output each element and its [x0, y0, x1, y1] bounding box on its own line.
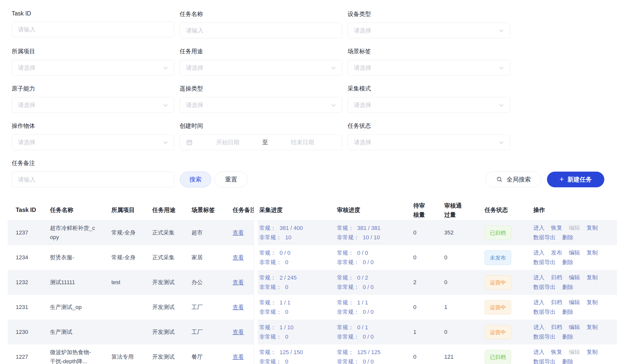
remark-view-link[interactable]: 查看 [233, 254, 244, 261]
scene-tag: 超市 [192, 220, 233, 245]
task-project [111, 320, 152, 344]
field-device-type: 设备类型 请选择 [348, 10, 510, 38]
review-progress-cell: 常规：1 / 1 非常规：0 / 0 [335, 295, 412, 320]
action-link[interactable]: 数据导出 [533, 357, 556, 364]
teleop-type-select[interactable]: 请选择 [180, 97, 342, 113]
collect-regular-value: 381 / 400 [280, 225, 303, 231]
action-link[interactable]: 数据导出 [533, 258, 556, 267]
action-link[interactable]: 复制 [587, 248, 598, 258]
remark-view-link[interactable]: 查看 [233, 279, 244, 285]
action-link[interactable]: 归档 [551, 298, 562, 307]
action-link[interactable]: 进入 [533, 248, 544, 258]
field-operate-object: 操作物体 请选择 [12, 122, 174, 150]
task-remark-cell: 查看 [233, 344, 254, 364]
date-range-picker[interactable]: 开始日期 至 结束日期 [180, 134, 342, 150]
action-link[interactable]: 复制 [587, 347, 598, 357]
action-link[interactable]: 归档 [551, 322, 562, 332]
action-link[interactable]: 删除 [562, 357, 573, 364]
review-irregular-label: 非常规： [337, 259, 359, 265]
collect-irregular-value: 0 [285, 334, 288, 340]
action-link[interactable]: 编辑 [569, 322, 580, 332]
action-link[interactable]: 复制 [587, 223, 598, 233]
scene-tag: 家居 [192, 245, 233, 270]
action-link[interactable]: 数据导出 [533, 233, 556, 242]
header-remark: 任务备注 [233, 200, 254, 220]
atomic-capability-select[interactable]: 请选择 [12, 97, 174, 113]
actions-line-1: 进入归档编辑复制 [533, 298, 617, 307]
actions-line-2: 数据导出删除 [533, 307, 617, 317]
action-link[interactable]: 归档 [551, 273, 562, 282]
action-link[interactable]: 删除 [562, 258, 573, 267]
task-status-cell: 已归档 [485, 220, 533, 245]
passed-count: 0 [443, 245, 485, 270]
header-project: 所属项目 [111, 200, 152, 220]
action-link[interactable]: 复制 [587, 273, 598, 282]
action-link[interactable]: 数据导出 [533, 307, 556, 317]
action-link[interactable]: 编辑 [569, 298, 580, 307]
action-link[interactable]: 编辑 [569, 273, 580, 282]
action-link[interactable]: 删除 [562, 233, 573, 242]
scene-tag-select[interactable]: 请选择 [348, 60, 510, 76]
review-regular-value: 0 / 2 [357, 275, 368, 281]
remark-view-link[interactable]: 查看 [233, 304, 244, 310]
field-label: 创建时间 [180, 122, 342, 130]
action-link[interactable]: 复制 [587, 298, 598, 307]
task-name-input[interactable] [180, 23, 342, 38]
plus-icon: + [559, 175, 564, 183]
action-link[interactable]: 删除 [562, 332, 573, 342]
field-label: 任务名称 [180, 10, 342, 18]
remark-view-link[interactable]: 查看 [233, 354, 244, 360]
action-link[interactable]: 进入 [533, 322, 544, 332]
operate-object-select[interactable]: 请选择 [12, 134, 174, 150]
task-status-cell: 运营中 [485, 295, 533, 320]
collect-irregular-label: 非常规： [259, 284, 282, 290]
action-link[interactable]: 复制 [587, 322, 598, 332]
action-link[interactable]: 进入 [533, 298, 544, 307]
field-label: 原子能力 [12, 85, 174, 93]
task-remark-input[interactable] [12, 172, 174, 187]
collect-mode-select[interactable]: 请选择 [348, 97, 510, 113]
action-link[interactable]: 编辑 [569, 248, 580, 258]
task-id-input[interactable] [12, 22, 174, 37]
action-link[interactable]: 恢复 [551, 223, 562, 233]
task-status-select[interactable]: 请选择 [348, 134, 510, 150]
project-select[interactable]: 请选择 [12, 60, 174, 76]
action-link[interactable]: 进入 [533, 273, 544, 282]
task-project: 算法专用 [111, 344, 152, 364]
passed-count: 1 [443, 295, 485, 320]
review-regular-label: 常规： [337, 349, 354, 355]
collect-irregular-value: 0 [285, 284, 288, 290]
field-label: 采集模式 [348, 85, 510, 93]
remark-view-link[interactable]: 查看 [233, 229, 244, 236]
action-link[interactable]: 进入 [533, 223, 544, 233]
action-link[interactable]: 发布 [551, 248, 562, 258]
global-search-label: 全局搜索 [507, 175, 531, 184]
date-end-placeholder[interactable]: 结束日期 [269, 138, 336, 146]
pending-count: 0 [412, 344, 443, 364]
action-link[interactable]: 数据导出 [533, 332, 556, 342]
review-progress-cell: 常规：0 / 0 非常规：0 / 0 [335, 245, 412, 270]
review-irregular-value: 0 / 0 [363, 259, 374, 265]
device-type-select[interactable]: 请选择 [348, 23, 510, 38]
fixed-column-divider [254, 344, 258, 364]
review-regular-label: 常规： [337, 225, 354, 231]
review-irregular-value: 0 / 0 [363, 284, 374, 290]
action-link[interactable]: 恢复 [551, 347, 562, 357]
pending-count: 0 [412, 295, 443, 320]
review-regular-label: 常规： [337, 299, 354, 306]
action-link[interactable]: 删除 [562, 307, 573, 317]
global-search-button[interactable]: 全局搜索 [486, 172, 541, 187]
search-button[interactable]: 搜索 [180, 172, 211, 187]
purpose-select[interactable]: 请选择 [180, 60, 342, 76]
remark-view-link[interactable]: 查看 [233, 329, 244, 335]
new-task-button[interactable]: + 新建任务 [547, 172, 604, 187]
review-irregular-label: 非常规： [337, 284, 359, 290]
reset-button[interactable]: 重置 [215, 172, 248, 187]
action-link[interactable]: 进入 [533, 347, 544, 357]
review-progress-cell: 常规：0 / 2 非常规：0 / 0 [335, 270, 412, 295]
action-link[interactable]: 数据导出 [533, 282, 556, 292]
date-start-placeholder[interactable]: 开始日期 [194, 138, 261, 146]
action-link[interactable]: 删除 [562, 282, 573, 292]
select-placeholder: 请选择 [186, 101, 203, 109]
task-project: test [111, 270, 152, 295]
